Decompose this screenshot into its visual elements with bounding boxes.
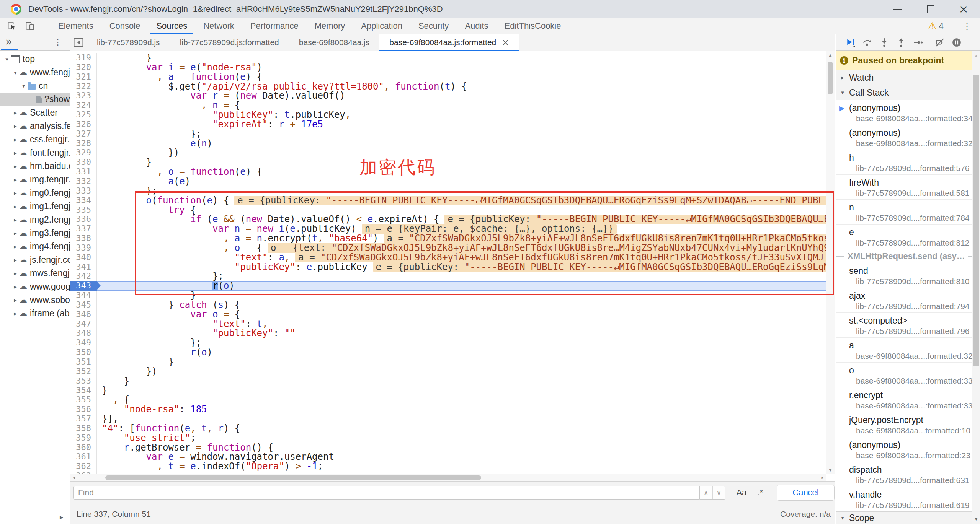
line-number[interactable]: 342 [70, 272, 97, 281]
line-number[interactable]: 345 [70, 300, 97, 310]
line-number[interactable]: 361 [70, 452, 97, 462]
line-number[interactable]: 326 [70, 120, 97, 129]
file-tab[interactable]: lib-77c578909d.js:formatted [170, 34, 289, 51]
code-text[interactable]: var i = e("node-rsa") [97, 63, 835, 72]
code-text[interactable]: }) [97, 148, 835, 158]
code-text[interactable]: "4": [function(e, t, r) { [97, 424, 835, 433]
code-text[interactable]: var n = new i(e.publicKey)n = e {keyPair… [97, 224, 835, 234]
regex-button[interactable]: .* [757, 488, 763, 498]
code-text[interactable]: } [97, 291, 835, 300]
line-number[interactable]: 321 [70, 72, 97, 82]
line-number[interactable]: 338 [70, 234, 97, 243]
line-number[interactable]: 333 [70, 186, 97, 196]
line-number[interactable]: 340 [70, 253, 97, 262]
code-text[interactable]: }; [97, 272, 835, 281]
line-number[interactable]: 358 [70, 424, 97, 433]
chevron-right-icon[interactable]: ▸ [11, 310, 19, 317]
main-menu-kebab-icon[interactable]: ⋮ [959, 21, 975, 31]
panel-tab-performance[interactable]: Performance [242, 18, 307, 34]
tree-item-scatter[interactable]: ▸☁Scatter [0, 106, 70, 119]
code-text[interactable]: var r = (new Date).valueOf() [97, 91, 835, 101]
tree-item-iframe-about-blank-[interactable]: ▸☁iframe (about:blank) [0, 307, 70, 320]
line-number[interactable]: 356 [70, 405, 97, 414]
tree-item-hm-baidu-com[interactable]: ▸☁hm.baidu.com [0, 159, 70, 173]
line-number[interactable]: 357 [70, 414, 97, 424]
resume-script-icon[interactable] [842, 36, 859, 49]
editor-horizontal-scrollbar[interactable]: ◂ ▸ [70, 474, 826, 481]
line-number[interactable]: 349 [70, 338, 97, 348]
code-text[interactable]: } [97, 376, 835, 386]
code-text[interactable]: }; [97, 338, 835, 348]
line-number[interactable]: 346 [70, 310, 97, 319]
vertical-scroll-thumb[interactable] [828, 62, 833, 94]
panel-tab-audits[interactable]: Audits [457, 18, 496, 34]
code-text[interactable]: r(o) [97, 348, 835, 357]
chevron-down-icon[interactable]: ▾ [3, 56, 11, 63]
call-stack-frame[interactable]: (anonymous)base-69f80084aa...formatted:2… [836, 437, 980, 462]
tree-item-js-fengjr-com[interactable]: ▸☁js.fengjr.com [0, 253, 70, 267]
tree-item-img1-fengjr-com[interactable]: ▸☁img1.fengjr.com [0, 200, 70, 213]
line-number[interactable]: 327 [70, 129, 97, 139]
code-text[interactable]: } [97, 357, 835, 367]
code-text[interactable]: "publicKey": "" [97, 329, 835, 338]
chevron-down-icon[interactable]: ▾ [11, 69, 19, 76]
code-text[interactable]: } catch (s) { [97, 300, 835, 310]
code-text[interactable]: } [97, 158, 835, 167]
code-text[interactable]: r(o) [97, 281, 835, 291]
line-number[interactable]: 320 [70, 63, 97, 72]
tree-item-img3-fengjr-com[interactable]: ▸☁img3.fengjr.com [0, 226, 70, 240]
scroll-up-icon[interactable]: ▲ [972, 53, 980, 59]
chevron-right-icon[interactable]: ▸ [11, 176, 19, 183]
horizontal-scroll-thumb[interactable] [105, 475, 481, 480]
scroll-right-icon[interactable]: ▸ [821, 474, 824, 481]
code-text[interactable]: }; [97, 129, 835, 139]
scroll-left-icon[interactable]: ◂ [72, 474, 75, 481]
tree-item-img2-fengjr-com[interactable]: ▸☁img2.fengjr.com [0, 213, 70, 226]
code-text[interactable]: , a = n.encrypt(t, "base64")a = "CDZxfSW… [97, 234, 835, 243]
line-number[interactable]: 348 [70, 329, 97, 338]
code-text[interactable]: a(e) [97, 177, 835, 186]
close-tab-icon[interactable]: × [501, 37, 509, 48]
console-warnings-badge[interactable]: ⚠ 4 [928, 20, 944, 32]
line-number[interactable]: 337 [70, 224, 97, 234]
call-stack-frame[interactable]: elib-77c578909d....formatted:812 [836, 225, 980, 249]
file-tab[interactable]: base-69f80084aa.js:formatted× [379, 34, 519, 51]
chevron-right-icon[interactable]: ▸ [11, 109, 19, 116]
code-text[interactable]: e(n) [97, 139, 835, 148]
editor-vertical-scrollbar[interactable]: ▲ ▼ [826, 51, 835, 474]
navigator-kebab-icon[interactable]: ⋮ [54, 37, 62, 47]
line-number[interactable]: 360 [70, 443, 97, 452]
code-text[interactable]: , o = {o = {text: "CDZxfSWaDGkxOJ5L9bZk8… [97, 243, 835, 253]
minimize-button[interactable] [881, 0, 914, 18]
code-text[interactable]: "text": a,a = "CDZxfSWaDGkxOJ5L9bZk8+yiA… [97, 253, 835, 262]
chevron-right-icon[interactable]: ▸ [11, 136, 19, 143]
call-stack-frame[interactable]: nlib-77c578909d....formatted:784 [836, 200, 980, 225]
panel-scroll-thumb[interactable] [973, 75, 979, 366]
panel-tab-editthiscookie[interactable]: EditThisCookie [497, 18, 569, 34]
line-number[interactable]: 330 [70, 158, 97, 167]
code-text[interactable]: , { [97, 395, 835, 405]
code-text[interactable]: } [97, 386, 835, 395]
tree-item-www-google-analytics-com[interactable]: ▸☁www.google-analytics.com [0, 280, 70, 293]
watch-section-header[interactable]: ▸ Watch [836, 70, 980, 85]
line-number[interactable]: 324 [70, 101, 97, 110]
sidebar-expand-icon[interactable]: ▸ [60, 513, 63, 521]
tree-item-font-fengjr-com[interactable]: ▸☁font.fengjr.com [0, 146, 70, 159]
line-number[interactable]: 323 [70, 91, 97, 101]
tree-item--showlogin-1-redirect-ahr0chm6ly-[interactable]: ?showLogin=1&redirect=aHR0cHM6Ly... [0, 93, 70, 106]
line-number[interactable]: 344 [70, 291, 97, 300]
deactivate-breakpoints-icon[interactable] [931, 36, 948, 49]
call-stack-frame[interactable]: st.<computed>lib-77c578909d....formatted… [836, 313, 980, 338]
line-number[interactable]: 339 [70, 243, 97, 253]
code-text[interactable]: , n = { [97, 101, 835, 110]
scroll-down-icon[interactable]: ▼ [826, 467, 835, 473]
code-text[interactable]: if (e && (new Date).valueOf() < e.expire… [97, 215, 835, 224]
code-text[interactable]: $.get("/api/v2/rsa_public_key?ttl=1800",… [97, 82, 835, 91]
call-stack-frame[interactable]: v.handlelib-77c578909d....formatted:619 [836, 487, 980, 512]
code-text[interactable]: , o = function(e) { [97, 167, 835, 177]
chevron-right-icon[interactable]: ▸ [11, 230, 19, 237]
line-number[interactable]: 328 [70, 139, 97, 148]
step-into-icon[interactable] [876, 36, 893, 49]
line-number[interactable]: 347 [70, 319, 97, 329]
navigator-toggle-icon[interactable] [70, 34, 87, 51]
